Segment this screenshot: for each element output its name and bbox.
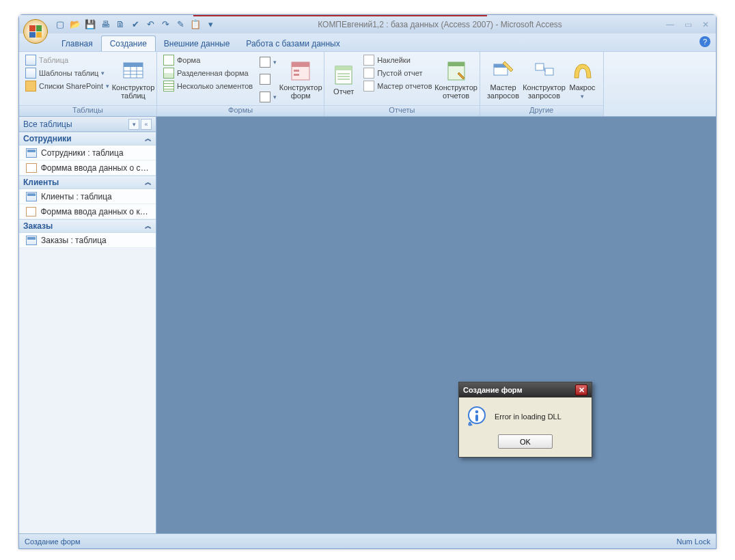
quick-access-toolbar: ▢ 📂 💾 🖶 🗎 ✔ ↶ ↷ ✎ 📋 ▾ [55, 19, 216, 30]
btn-table-designer[interactable]: Конструктор таблиц [114, 54, 152, 105]
chevron-up-icon[interactable]: ︽ [145, 221, 152, 231]
btn-report[interactable]: Отчет [329, 54, 359, 105]
btn-labels[interactable]: Наклейки [361, 54, 434, 66]
btn-table[interactable]: Таблица [23, 54, 111, 66]
save-icon[interactable]: 💾 [85, 19, 96, 30]
btn-form-misc3[interactable] [258, 91, 279, 103]
close-button[interactable]: ✕ [699, 20, 712, 29]
nav-item-orders-table[interactable]: Заказы : таблица [19, 233, 156, 248]
tab-create[interactable]: Создание [101, 36, 156, 51]
nav-header[interactable]: Все таблицы ▾ « [19, 117, 156, 132]
maximize-button[interactable]: ▭ [682, 20, 694, 29]
navigation-pane: Все таблицы ▾ « Сотрудники︽ Сотрудники :… [19, 117, 156, 533]
report-icon [333, 64, 355, 86]
btn-query-designer[interactable]: Конструктор запросов [525, 54, 564, 105]
query-designer-icon [533, 60, 555, 82]
btn-table-templates[interactable]: Шаблоны таблиц [23, 67, 111, 79]
template-icon [25, 68, 36, 79]
recording-marker [193, 15, 487, 16]
spellcheck-icon[interactable]: ✔ [130, 19, 141, 30]
btn-sharepoint-lists[interactable]: Списки SharePoint [23, 80, 111, 92]
table-icon [26, 192, 37, 201]
btn-form[interactable]: Форма [161, 54, 255, 66]
nav-group-employees[interactable]: Сотрудники︽ [19, 132, 156, 145]
btn-split-form[interactable]: Разделенная форма [161, 67, 255, 79]
content-area: Все таблицы ▾ « Сотрудники︽ Сотрудники :… [19, 117, 716, 533]
group-tables: Таблица Шаблоны таблиц Списки SharePoint… [19, 52, 157, 116]
nav-menu-button[interactable]: ▾ [128, 119, 139, 130]
nav-group-orders[interactable]: Заказы︽ [19, 219, 156, 233]
tab-external[interactable]: Внешние данные [156, 36, 238, 51]
nav-item-employees-table[interactable]: Сотрудники : таблица [19, 145, 156, 160]
group-forms: Форма Разделенная форма Несколько элемен… [157, 52, 324, 116]
blank-form-icon [260, 74, 271, 85]
svg-rect-24 [475, 415, 478, 421]
report-designer-icon [445, 60, 467, 82]
group-reports: Отчет Наклейки Пустой отчет Мастер отчет… [324, 52, 480, 116]
ribbon: Таблица Шаблоны таблиц Списки SharePoint… [19, 51, 716, 117]
svg-rect-7 [292, 62, 309, 67]
btn-macro[interactable]: Макрос [566, 54, 599, 105]
query-wizard-icon [493, 60, 514, 82]
btn-form-designer[interactable]: Конструктор форм [281, 54, 320, 105]
info-icon [466, 406, 488, 428]
btn-form-misc2[interactable] [258, 73, 279, 85]
table-icon [26, 148, 37, 158]
more-forms-icon [260, 92, 271, 102]
minimize-button[interactable]: — [664, 20, 676, 29]
btn-blank-report[interactable]: Пустой отчет [361, 67, 434, 79]
nav-item-clients-table[interactable]: Клиенты : таблица [19, 189, 156, 204]
qat-menu-icon[interactable]: ▾ [205, 19, 216, 30]
svg-rect-20 [545, 68, 553, 75]
workspace: Создание форм ✕ Error in loading DLL OK [156, 117, 716, 533]
nav-item-clients-form[interactable]: Формма ввода данных о кли... [19, 204, 156, 219]
blank-report-icon [363, 68, 374, 79]
ribbon-tabs: Главная Создание Внешние данные Работа с… [19, 33, 716, 51]
btn-report-wizard[interactable]: Мастер отчетов [361, 80, 434, 92]
macro-icon [572, 60, 594, 82]
redo-icon[interactable]: ↷ [160, 19, 171, 30]
app-window: ▢ 📂 💾 🖶 🗎 ✔ ↶ ↷ ✎ 📋 ▾ КОМПЕвгений1,2 : б… [18, 14, 717, 549]
form-designer-icon [290, 60, 311, 82]
error-dialog: Создание форм ✕ Error in loading DLL OK [458, 382, 592, 458]
group-other: Мастер запросов Конструктор запросов Мак… [480, 52, 604, 116]
svg-rect-9 [294, 74, 299, 76]
print-preview-icon[interactable]: 🗎 [115, 19, 126, 30]
window-controls: — ▭ ✕ [664, 20, 712, 29]
nav-group-clients[interactable]: Клиенты︽ [19, 176, 156, 189]
office-logo-icon [29, 25, 42, 38]
btn-query-wizard[interactable]: Мастер запросов [484, 54, 523, 105]
print-icon[interactable]: 🖶 [100, 19, 111, 30]
btn-report-designer[interactable]: Конструктор отчетов [437, 54, 475, 105]
btn-form-misc1[interactable] [258, 56, 279, 68]
tab-dbtools[interactable]: Работа с базами данных [238, 36, 348, 51]
help-button[interactable]: ? [699, 36, 710, 47]
multi-items-icon [163, 81, 174, 92]
tab-home[interactable]: Главная [53, 36, 101, 51]
office-button[interactable] [23, 19, 48, 44]
statusbar: Создание форм Num Lock [19, 533, 716, 548]
titlebar: ▢ 📂 💾 🖶 🗎 ✔ ↶ ↷ ✎ 📋 ▾ КОМПЕвгений1,2 : б… [19, 15, 716, 33]
dialog-ok-button[interactable]: OK [498, 434, 553, 449]
paste-icon[interactable]: 📋 [190, 19, 201, 30]
table-icon [26, 236, 37, 245]
status-numlock: Num Lock [676, 537, 710, 546]
chevron-up-icon[interactable]: ︽ [145, 178, 152, 187]
split-form-icon [163, 68, 174, 79]
form-icon [163, 55, 174, 66]
btn-multiple-items[interactable]: Несколько элементов [161, 80, 255, 92]
svg-rect-1 [124, 63, 143, 67]
nav-collapse-button[interactable]: « [141, 119, 152, 130]
undo-icon[interactable]: ↶ [145, 19, 156, 30]
window-title: КОМПЕвгений1,2 : база данных (Access 200… [216, 20, 664, 29]
group-reports-label: Отчеты [324, 105, 479, 116]
nav-item-employees-form[interactable]: Формма ввода данных о сот... [19, 160, 156, 176]
pivotchart-icon [260, 57, 271, 68]
mode-icon[interactable]: ✎ [175, 19, 186, 30]
new-icon[interactable]: ▢ [55, 19, 66, 30]
labels-icon [363, 55, 374, 66]
chevron-up-icon[interactable]: ︽ [145, 134, 152, 143]
dialog-close-button[interactable]: ✕ [575, 384, 587, 395]
open-icon[interactable]: 📂 [70, 19, 81, 30]
form-icon [26, 163, 37, 173]
